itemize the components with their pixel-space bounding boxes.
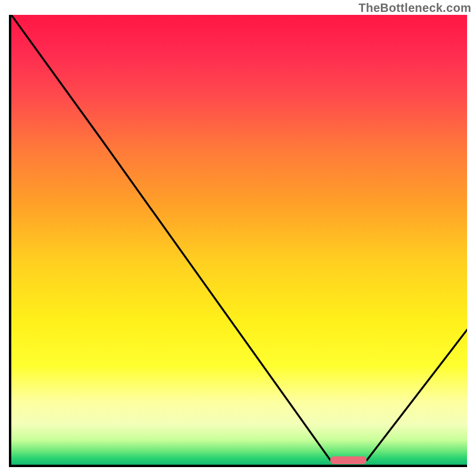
chart-container: TheBottleneck.com — [0, 0, 476, 476]
plot-frame — [9, 15, 467, 467]
bottleneck-curve — [11, 15, 467, 465]
plot-area — [11, 15, 467, 465]
optimal-range-marker — [330, 456, 367, 464]
watermark-label: TheBottleneck.com — [358, 1, 471, 15]
